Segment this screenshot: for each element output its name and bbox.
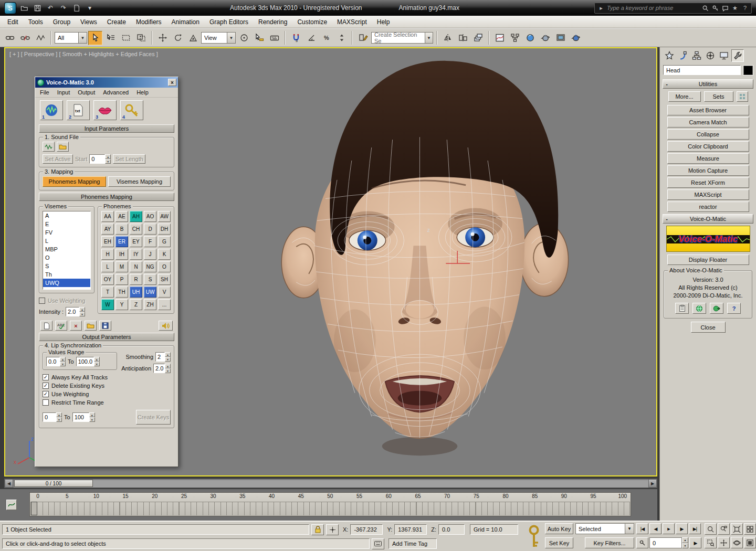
window-crossing-icon[interactable] bbox=[134, 31, 148, 45]
current-frame-spinner[interactable]: 0 ▲▼ bbox=[649, 537, 688, 548]
set-length-button[interactable]: Set Length bbox=[113, 154, 145, 164]
visemes-mapping-button[interactable]: Visemes Mapping bbox=[108, 176, 171, 187]
smoothing-spinner[interactable]: 2 ▲▼ bbox=[155, 352, 171, 362]
phoneme-button[interactable]: ZH bbox=[144, 299, 156, 310]
menu-item[interactable]: Rendering bbox=[258, 18, 287, 26]
phoneme-button[interactable]: P bbox=[116, 274, 128, 285]
menu-item[interactable]: Customize bbox=[297, 18, 327, 26]
zoom-region-icon[interactable] bbox=[705, 537, 717, 548]
record-sound-icon[interactable] bbox=[43, 142, 55, 152]
range-to-spinner[interactable]: 100.0 ▲▼ bbox=[76, 357, 100, 366]
edit-named-selection-sets-icon[interactable] bbox=[356, 31, 370, 45]
mirror-icon[interactable] bbox=[440, 31, 455, 45]
render-production-icon[interactable] bbox=[569, 31, 583, 45]
new-scene-icon[interactable] bbox=[71, 3, 82, 13]
frame-ruler[interactable]: 0510152025303540455055606570758085909510… bbox=[29, 492, 631, 516]
viseme-item[interactable]: S bbox=[43, 262, 90, 270]
use-center-icon[interactable] bbox=[237, 31, 251, 45]
undo-icon[interactable]: ↶ bbox=[45, 3, 56, 13]
check-updates-icon[interactable] bbox=[710, 303, 723, 314]
license-icon[interactable] bbox=[675, 303, 689, 314]
add-time-tag-field[interactable]: Add Time Tag bbox=[388, 538, 437, 549]
phoneme-button[interactable]: AA bbox=[101, 211, 114, 222]
search-input[interactable] bbox=[607, 5, 699, 11]
viseme-item[interactable]: O bbox=[43, 253, 90, 262]
phoneme-button[interactable]: CH bbox=[130, 224, 142, 235]
phoneme-button[interactable]: G bbox=[158, 236, 171, 247]
display-floater-button[interactable]: Display Floater bbox=[667, 255, 749, 265]
text-file-step-button[interactable]: txt 2 bbox=[67, 100, 90, 120]
app-logo-icon[interactable] bbox=[4, 2, 16, 14]
new-mapping-icon[interactable] bbox=[40, 321, 52, 331]
subscription-key-icon[interactable] bbox=[711, 4, 719, 12]
spinner-snap-icon[interactable] bbox=[334, 31, 349, 45]
open-sound-file-icon[interactable] bbox=[57, 142, 69, 152]
utility-button[interactable]: Camera Match bbox=[667, 117, 749, 128]
phoneme-button[interactable]: TH bbox=[116, 287, 128, 298]
menu-item[interactable]: Views bbox=[80, 18, 97, 26]
selection-filter-dropdown[interactable]: All▼ bbox=[55, 32, 87, 44]
phoneme-button[interactable]: M bbox=[116, 261, 128, 272]
about-help-icon[interactable]: ? bbox=[727, 303, 741, 314]
configure-button-sets-icon[interactable] bbox=[737, 91, 748, 102]
y-coordinate-field[interactable]: 1367.931 bbox=[394, 524, 427, 535]
utility-button[interactable]: Measure bbox=[667, 153, 749, 164]
search-icon[interactable] bbox=[701, 4, 709, 12]
go-to-start-icon[interactable]: |◀ bbox=[636, 523, 648, 534]
help-icon[interactable]: ? bbox=[741, 4, 749, 12]
next-frame-arrow-icon[interactable]: ▶ bbox=[648, 479, 657, 488]
utility-button[interactable]: reactor bbox=[667, 202, 749, 212]
phoneme-button[interactable]: V bbox=[158, 287, 171, 298]
utility-button[interactable]: Asset Browser bbox=[667, 105, 749, 115]
spinner-arrows-icon[interactable]: ▲▼ bbox=[89, 412, 95, 422]
bind-to-space-warp-icon[interactable] bbox=[33, 31, 47, 45]
utility-button[interactable]: Collapse bbox=[667, 129, 749, 140]
align-icon[interactable] bbox=[456, 31, 470, 45]
mini-curve-editor-icon[interactable] bbox=[6, 500, 17, 510]
menu-item[interactable]: MAXScript bbox=[337, 18, 367, 26]
checkbox-row[interactable]: Always Key All Tracks bbox=[43, 373, 171, 382]
play-animation-icon[interactable]: ► bbox=[663, 523, 675, 534]
favorites-star-icon[interactable]: ★ bbox=[731, 4, 739, 12]
select-and-link-icon[interactable] bbox=[3, 31, 17, 45]
current-frame-marker[interactable] bbox=[31, 502, 37, 515]
phoneme-button[interactable]: R bbox=[130, 274, 142, 285]
percent-snap-icon[interactable]: % bbox=[319, 31, 333, 45]
phoneme-button[interactable]: D bbox=[144, 224, 156, 235]
object-color-swatch[interactable] bbox=[743, 66, 753, 75]
key-mode-dropdown[interactable]: Selected▼ bbox=[575, 523, 634, 534]
next-key-icon[interactable]: ▶ bbox=[689, 537, 701, 548]
x-coordinate-field[interactable]: -367.232 bbox=[350, 524, 383, 535]
menu-item[interactable]: Group bbox=[53, 18, 70, 26]
phoneme-button[interactable]: SH bbox=[158, 274, 171, 285]
dialog-title-bar[interactable]: Voice-O-Matic 3.0 × bbox=[35, 77, 178, 88]
time-to-spinner[interactable]: 100 ▲▼ bbox=[72, 412, 95, 422]
maximize-viewport-toggle-icon[interactable] bbox=[744, 537, 756, 548]
anticipation-spinner[interactable]: 2.0 ▲▼ bbox=[153, 364, 171, 373]
phoneme-button[interactable]: AH bbox=[130, 211, 142, 222]
phoneme-button[interactable]: W bbox=[101, 299, 114, 310]
phoneme-button[interactable]: Y bbox=[116, 299, 128, 310]
select-and-rotate-icon[interactable] bbox=[171, 31, 185, 45]
utility-button[interactable]: Reset XForm bbox=[667, 177, 749, 188]
checkbox-row[interactable]: Restrict Time Range bbox=[43, 398, 171, 407]
modify-tab-icon[interactable] bbox=[677, 49, 689, 62]
phoneme-button[interactable]: O bbox=[158, 261, 171, 272]
phoneme-button[interactable]: ... bbox=[158, 299, 171, 310]
phoneme-button[interactable]: F bbox=[144, 236, 156, 247]
select-and-manipulate-icon[interactable] bbox=[252, 31, 266, 45]
lips-mapping-step-button[interactable]: 3 bbox=[93, 100, 117, 120]
input-parameters-header[interactable]: Input Parameters bbox=[39, 124, 174, 133]
delete-mapping-icon[interactable]: × bbox=[70, 321, 82, 331]
rectangular-selection-region-icon[interactable] bbox=[119, 31, 133, 45]
keyboard-shortcut-override-icon[interactable] bbox=[267, 31, 281, 45]
more-utilities-button[interactable]: More... bbox=[668, 91, 701, 102]
phoneme-button[interactable]: N bbox=[130, 261, 142, 272]
named-selection-sets-dropdown[interactable]: Create Selection Se▼ bbox=[371, 32, 433, 44]
viseme-item[interactable]: L bbox=[43, 237, 90, 245]
angle-snap-icon[interactable] bbox=[304, 31, 318, 45]
viseme-item[interactable]: E bbox=[43, 220, 90, 228]
redo-icon[interactable]: ↷ bbox=[58, 3, 69, 13]
phoneme-button[interactable]: T bbox=[101, 287, 114, 298]
phoneme-button[interactable]: L bbox=[101, 261, 114, 272]
